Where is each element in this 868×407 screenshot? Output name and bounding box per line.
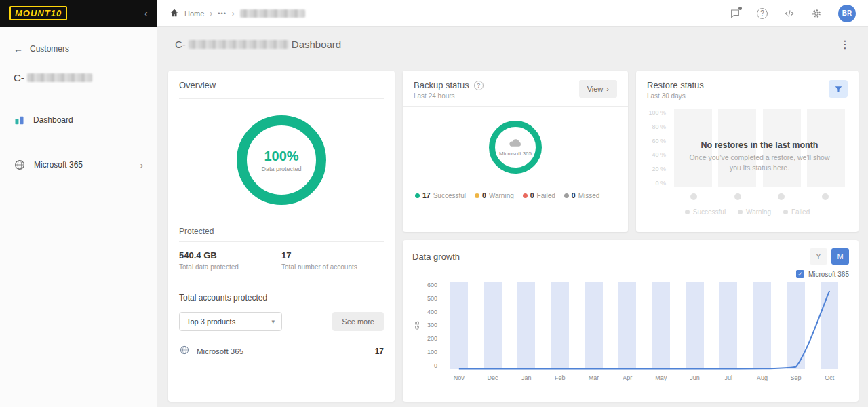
legend-label: Warning — [746, 208, 771, 216]
breadcrumb-redacted[interactable] — [240, 9, 305, 18]
overview-card: Overview 100% Data protected Protected 5… — [168, 71, 395, 402]
help-icon[interactable]: ? — [757, 8, 768, 19]
legend-item-missed: 0 Missed — [564, 191, 600, 199]
month-toggle-button[interactable]: M — [831, 248, 849, 265]
restore-empty-chart: 100 % 80 % 60 % 40 % 20 % 0 % No restore… — [647, 109, 848, 187]
topbar-actions: ? BR — [730, 5, 868, 22]
breadcrumb-ellipsis[interactable]: ••• — [218, 10, 226, 17]
customer-name-redacted — [27, 73, 92, 82]
restore-placeholder-dots — [674, 193, 845, 200]
restore-header: Restore status Last 30 days — [636, 71, 859, 105]
legend-label: Failed — [791, 208, 810, 216]
overview-title: Overview — [179, 80, 216, 90]
sidebar-collapse-icon[interactable]: ‹ — [144, 8, 148, 19]
growth-ytick: 500 — [427, 296, 437, 302]
legend-dot — [475, 193, 479, 198]
data-growth-card: Data growth Y M ✓ Microsoft 365 GB 60050… — [403, 240, 859, 402]
sidebar-item-label: Microsoft 365 — [34, 160, 83, 170]
series-checkbox[interactable]: ✓ — [796, 270, 804, 278]
back-arrow-icon: ← — [14, 43, 23, 54]
page-title: C- Dashboard — [175, 39, 341, 50]
notification-badge — [738, 7, 742, 10]
growth-series-legend: ✓ Microsoft 365 — [412, 270, 849, 278]
placeholder-dot — [778, 193, 785, 200]
growth-xlabel: Sep — [779, 374, 813, 381]
kebab-menu-icon[interactable]: ⋮ — [840, 38, 850, 51]
info-icon[interactable]: ? — [474, 81, 484, 90]
view-button[interactable]: View › — [579, 80, 617, 98]
product-row-microsoft-365[interactable]: Microsoft 365 17 — [179, 345, 384, 357]
legend-label: Successful — [433, 192, 466, 199]
sidebar: ← Customers C- Dashboard Microsoft 365 › — [0, 27, 157, 407]
restore-subtitle: Last 30 days — [647, 92, 704, 100]
overview-stats: 540.4 GB Total data protected 17 Total n… — [179, 242, 384, 279]
backup-legend: 17 Successful 0 Warning 0 Failed 0 Misse… — [403, 191, 628, 199]
product-name: Microsoft 365 — [197, 347, 243, 355]
backup-subtitle: Last 24 hours — [414, 92, 484, 100]
legend-dot — [523, 193, 528, 198]
legend-dot — [564, 193, 569, 198]
growth-xlabel: Apr — [610, 374, 644, 381]
growth-ytick: 600 — [427, 282, 437, 288]
growth-xlabel: Dec — [476, 374, 510, 381]
dropdown-value: Top 3 products — [186, 317, 235, 326]
growth-ytick: 0 — [434, 363, 437, 369]
microsoft-365-icon — [14, 159, 26, 171]
placeholder-dot — [690, 193, 697, 200]
legend-count: 17 — [422, 191, 431, 199]
ytick: 80 % — [652, 123, 666, 130]
series-label: Microsoft 365 — [808, 271, 849, 278]
growth-ytick: 200 — [427, 336, 437, 342]
page-title-suffix: Dashboard — [292, 39, 341, 50]
growth-ytick: 100 — [427, 349, 437, 355]
growth-header: Data growth Y M — [412, 248, 849, 265]
sidebar-item-microsoft-365[interactable]: Microsoft 365 › — [0, 140, 157, 189]
dashboard-icon — [14, 115, 25, 126]
chevron-right-icon[interactable]: › — [140, 160, 143, 170]
topbar: MOUNT10 ‹ Home › ••• › ? BR — [0, 0, 868, 27]
growth-yaxis: 6005004003002001000 — [422, 282, 442, 369]
growth-ytick: 400 — [427, 309, 437, 315]
mount10-logo: MOUNT10 — [9, 6, 67, 20]
backup-header: Backup status ? Last 24 hours View › — [403, 71, 628, 107]
filter-button[interactable] — [829, 80, 848, 98]
code-icon[interactable] — [784, 8, 795, 19]
legend-label: Failed — [537, 192, 555, 199]
avatar[interactable]: BR — [838, 5, 856, 22]
growth-xaxis: NovDecJanFebMarAprMayJunJulAugSepOct — [442, 374, 846, 381]
microsoft-365-icon — [179, 345, 190, 357]
notifications-icon[interactable] — [730, 8, 741, 19]
legend-label: Missed — [578, 192, 600, 199]
app-window: MOUNT10 ‹ Home › ••• › ? BR — [0, 0, 868, 407]
back-label: Customers — [30, 44, 69, 54]
back-to-customers[interactable]: ← Customers — [0, 27, 157, 54]
legend-item-successful: Successful — [685, 208, 726, 216]
see-more-button[interactable]: See more — [332, 312, 384, 331]
customer-prefix: C- — [14, 72, 24, 83]
backup-donut-wrap: Microsoft 365 — [403, 121, 628, 174]
growth-ytick: 300 — [427, 322, 437, 328]
view-label: View — [587, 85, 604, 93]
page-title-prefix: C- — [175, 39, 186, 50]
growth-chart: GB 6005004003002001000 NovDecJanFebMarAp… — [412, 282, 846, 381]
overview-donut-wrap: 100% Data protected — [179, 115, 384, 205]
growth-title: Data growth — [412, 252, 460, 262]
restore-yaxis: 100 % 80 % 60 % 40 % 20 % 0 % — [647, 109, 671, 187]
legend-item-successful: 17 Successful — [415, 191, 466, 199]
backup-donut-label: Microsoft 365 — [499, 151, 532, 157]
gear-icon[interactable] — [811, 8, 822, 19]
breadcrumb: Home › ••• › — [170, 8, 305, 19]
ytick: 60 % — [652, 138, 666, 144]
legend-dot — [415, 193, 420, 198]
legend-label: Warning — [489, 192, 514, 199]
breadcrumb-home[interactable]: Home — [184, 9, 204, 18]
sidebar-item-dashboard[interactable]: Dashboard — [0, 100, 157, 140]
legend-count: 0 — [482, 191, 486, 199]
chevron-down-icon: ▾ — [271, 318, 275, 325]
products-filter-dropdown[interactable]: Top 3 products ▾ — [179, 312, 282, 331]
legend-item-warning: 0 Warning — [475, 191, 514, 199]
growth-line — [459, 291, 829, 369]
home-icon[interactable] — [170, 8, 179, 19]
growth-xlabel: May — [644, 374, 678, 381]
year-toggle-button[interactable]: Y — [810, 248, 827, 265]
